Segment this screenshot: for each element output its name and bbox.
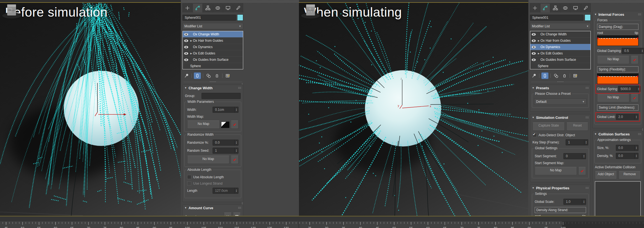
- map-preview-swatch[interactable]: [221, 122, 229, 128]
- visibility-eye-icon[interactable]: [184, 33, 188, 36]
- reset-button[interactable]: Reset: [566, 122, 588, 131]
- global-limit-spinner[interactable]: 2.0▲▼: [616, 114, 638, 120]
- show-end-result-icon[interactable]: [541, 72, 548, 79]
- rollout-header-presets[interactable]: ▼Presets: [532, 85, 589, 91]
- auto-detect-checkbox[interactable]: [532, 133, 537, 137]
- show-end-result-icon[interactable]: [194, 72, 201, 79]
- modifier-list-dropdown[interactable]: Modifier List▼: [182, 23, 243, 29]
- stack-item-guides-from-surface[interactable]: Ox Guides from Surface: [183, 57, 243, 63]
- viewcube[interactable]: FRONT: [299, 3, 322, 20]
- collision-objects-list[interactable]: [595, 181, 641, 216]
- visibility-eye-icon[interactable]: [184, 52, 188, 55]
- key-step-spinner[interactable]: 1▲▼: [566, 139, 588, 145]
- rollout-header-change-width[interactable]: ▼Change Width: [184, 85, 241, 91]
- tab-display[interactable]: [571, 3, 581, 12]
- group-input[interactable]: [202, 93, 241, 99]
- tab-modify[interactable]: [193, 3, 203, 12]
- tab-display[interactable]: [223, 3, 233, 12]
- spring-gradient-ramp[interactable]: [597, 74, 638, 84]
- rollout-header-internal-forces[interactable]: ▼Internal Forces: [594, 11, 641, 17]
- map-enable-check-icon[interactable]: ✔: [631, 94, 638, 102]
- expand-arrow-icon[interactable]: ▶: [537, 52, 540, 55]
- object-name-field[interactable]: Sphere001: [530, 15, 584, 21]
- panel-separator[interactable]: [184, 82, 242, 82]
- viewcube[interactable]: FRONT: [0, 3, 23, 20]
- pin-icon[interactable]: [183, 73, 190, 79]
- remove-button[interactable]: Remove: [619, 171, 641, 179]
- add-object-button[interactable]: Add Object: [595, 171, 617, 179]
- pin-icon[interactable]: [531, 73, 537, 79]
- rollout-header-physical-properties[interactable]: ▼Physical Properties: [532, 185, 589, 191]
- curve-expand-icon[interactable]: [233, 213, 241, 216]
- tab-create[interactable]: [530, 3, 540, 12]
- tab-hierarchy[interactable]: [203, 3, 213, 12]
- stack-item-sphere[interactable]: Sphere: [530, 63, 590, 69]
- stack-item-edit-guides[interactable]: ▶Ox Edit Guides: [183, 50, 243, 57]
- object-color-swatch[interactable]: [585, 14, 591, 21]
- visibility-eye-icon[interactable]: [532, 59, 536, 61]
- rollout-header-simulation-control[interactable]: ▼Simulation Control: [532, 114, 589, 120]
- preset-dropdown[interactable]: Default▼: [534, 98, 587, 105]
- map-enable-check-icon[interactable]: ✔: [231, 156, 238, 164]
- curve-clear-x-icon[interactable]: [224, 213, 232, 216]
- remove-modifier-icon[interactable]: [214, 73, 220, 79]
- visibility-eye-icon[interactable]: [184, 59, 188, 61]
- width-spinner[interactable]: 0.1cm▲▼: [213, 107, 238, 113]
- stack-item-edit-guides[interactable]: ▶Ox Edit Guides: [530, 50, 590, 57]
- object-color-swatch[interactable]: [237, 14, 243, 21]
- randomize-percent-spinner[interactable]: 0.0▲▼: [213, 140, 238, 146]
- stack-item-hair-from-guides[interactable]: ▶Ox Hair from Guides: [183, 38, 243, 44]
- damping-map-button[interactable]: No Map: [597, 56, 629, 64]
- make-unique-icon[interactable]: [553, 73, 559, 79]
- start-segment-map-button[interactable]: No Map: [535, 167, 577, 175]
- tab-motion[interactable]: [213, 3, 223, 12]
- length-spinner[interactable]: 127.0cm▲▼: [213, 188, 238, 194]
- tab-utilities[interactable]: [581, 3, 591, 12]
- stack-item-dynamics[interactable]: Ox Dynamics: [183, 44, 243, 50]
- stack-item-guides-from-surface[interactable]: Ox Guides from Surface: [530, 57, 590, 63]
- damping-gradient-ramp[interactable]: [597, 35, 638, 46]
- tab-motion[interactable]: [560, 3, 570, 12]
- stack-item-sphere[interactable]: Sphere: [183, 63, 243, 69]
- start-segment-spinner[interactable]: 0▲▼: [563, 153, 586, 159]
- rollout-header-collision-surfaces[interactable]: ▼Collision Surfaces: [594, 131, 641, 137]
- tab-utilities[interactable]: [233, 3, 243, 12]
- tab-hierarchy[interactable]: [550, 3, 560, 12]
- expand-arrow-icon[interactable]: ▶: [537, 40, 540, 42]
- width-map-button[interactable]: No Map: [187, 120, 220, 129]
- visibility-eye-icon[interactable]: [532, 52, 536, 55]
- stack-item-change-width[interactable]: Ox Change Width: [530, 31, 590, 38]
- modifier-list-dropdown[interactable]: Modifier List▼: [530, 23, 591, 29]
- visibility-eye-icon[interactable]: [532, 33, 536, 36]
- map-enable-check-icon[interactable]: ✔: [231, 120, 238, 129]
- global-damping-spinner[interactable]: 0.5▲▼: [622, 48, 644, 54]
- track-bar[interactable]: 4550556065707580859095100105110115120125…: [0, 216, 644, 228]
- expand-arrow-icon[interactable]: ▶: [189, 52, 193, 55]
- visibility-eye-icon[interactable]: [532, 46, 536, 48]
- capture-state-button[interactable]: Capture State: [532, 122, 565, 131]
- rollout-header-amount-curve[interactable]: ▼Amount Curve: [184, 205, 241, 211]
- sphere-object[interactable]: [365, 70, 441, 146]
- viewport-canvas-before[interactable]: [0, 3, 181, 216]
- map-enable-check-icon[interactable]: ✔: [578, 167, 586, 175]
- viewport-canvas-simulating[interactable]: z y x: [299, 3, 528, 216]
- use-longest-strand-checkbox[interactable]: [187, 181, 191, 185]
- configure-modifier-sets-icon[interactable]: [572, 73, 579, 79]
- spring-map-button[interactable]: No Map: [597, 94, 629, 102]
- density-percent-spinner[interactable]: 0.0▲▼: [616, 153, 638, 159]
- global-scale-spinner[interactable]: 1.0▲▼: [563, 199, 586, 205]
- viewport-before[interactable]: Before simulation FRONT: [0, 2, 181, 216]
- remove-modifier-icon[interactable]: [561, 73, 568, 79]
- stack-item-dynamics[interactable]: Ox Dynamics: [530, 44, 590, 50]
- use-absolute-length-checkbox[interactable]: [187, 175, 191, 179]
- visibility-eye-icon[interactable]: [532, 40, 536, 42]
- panel-separator[interactable]: [531, 82, 590, 82]
- configure-modifier-sets-icon[interactable]: [224, 73, 231, 79]
- map-enable-check-icon[interactable]: ✔: [631, 56, 638, 64]
- stack-item-hair-from-guides[interactable]: ▶Ox Hair from Guides: [530, 38, 590, 44]
- expand-arrow-icon[interactable]: ▶: [189, 40, 193, 42]
- visibility-eye-icon[interactable]: [184, 46, 188, 48]
- make-unique-icon[interactable]: [205, 73, 212, 79]
- tab-create[interactable]: [182, 3, 192, 12]
- randomize-map-button[interactable]: No Map: [187, 156, 229, 164]
